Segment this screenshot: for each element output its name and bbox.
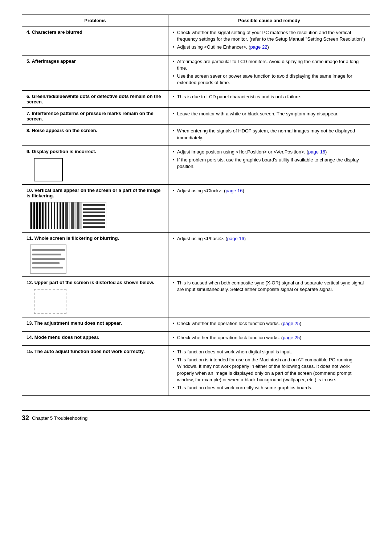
svg-rect-36 (32, 249, 65, 251)
remedy-item: Use the screen saver or power save funct… (173, 73, 366, 86)
problem-cell-9: 9. Display position is incorrect. (22, 145, 168, 184)
problem-title-13: The adjustment menu does not appear. (34, 320, 122, 326)
problem-cell-6: 6. Green/red/blue/white dots or defectiv… (22, 91, 168, 108)
blurring-icon (30, 245, 66, 274)
display-pos-icon (34, 158, 63, 181)
page-link[interactable]: page 16 (225, 188, 242, 193)
problem-title-5: Afterimages appear (32, 58, 75, 64)
svg-rect-33 (83, 219, 105, 221)
problem-cell-5: 5. Afterimages appear (22, 55, 168, 91)
svg-rect-2 (33, 202, 35, 229)
problem-cell-10: 10. Vertical bars appear on the screen o… (22, 184, 168, 232)
remedy-cell-7: Leave the monitor with a white or black … (168, 108, 370, 125)
table-row: 11. Whole screen is flickering or blurri… (22, 232, 370, 276)
svg-rect-30 (83, 208, 105, 210)
remedy-cell-14: Check whether the operation lock functio… (168, 331, 370, 345)
remedy-list-15: This function does not work when digital… (173, 349, 366, 391)
remedy-cell-8: When entering the signals of HDCP system… (168, 125, 370, 145)
page-link[interactable]: page 25 (283, 335, 300, 340)
problem-cell-4: 4. Characters are blurred (22, 26, 168, 56)
remedy-cell-5: Afterimages are particular to LCD monito… (168, 55, 370, 91)
remedy-item: Afterimages are particular to LCD monito… (173, 58, 366, 71)
svg-rect-26 (74, 202, 76, 229)
svg-rect-24 (69, 202, 70, 229)
problem-title-11: Whole screen is flickering or blurring. (34, 235, 119, 241)
remedy-list-6: This is due to LCD panel characteristics… (173, 94, 366, 100)
page-number: 32 (22, 414, 29, 422)
problem-number-5: 5. (26, 58, 30, 64)
svg-rect-32 (83, 215, 105, 217)
problem-title-4: Characters are blurred (32, 29, 82, 35)
svg-rect-11 (47, 202, 48, 229)
remedy-list-12: This is caused when both composite sync … (173, 280, 366, 293)
remedy-cell-12: This is caused when both composite sync … (168, 276, 370, 317)
remedy-list-10: Adjust using <Clock>. (page 16) (173, 188, 366, 194)
svg-rect-4 (36, 202, 38, 229)
problem-number-11: 11. (26, 235, 33, 241)
problem-cell-13: 13. The adjustment menu does not appear. (22, 317, 168, 331)
remedy-list-14: Check whether the operation lock functio… (173, 335, 366, 341)
svg-rect-23 (65, 202, 68, 229)
svg-rect-38 (32, 258, 65, 260)
table-row: 13. The adjustment menu does not appear.… (22, 317, 370, 331)
table-row: 6. Green/red/blue/white dots or defectiv… (22, 91, 370, 108)
problem-cell-15: 15. The auto adjust function does not wo… (22, 346, 168, 396)
svg-rect-25 (71, 202, 74, 229)
remedy-item: Check whether the signal setting of your… (173, 29, 366, 42)
problem-title-10: Vertical bars appear on the screen or a … (26, 188, 160, 198)
remedy-item: If the problem persists, use the graphic… (173, 157, 366, 170)
problem-cell-14: 14. Mode menu does not appear. (22, 331, 168, 345)
svg-rect-20 (60, 202, 61, 229)
problem-number-10: 10. (26, 188, 33, 193)
remedy-item: This function does not work correctly wi… (173, 385, 366, 391)
svg-rect-0 (30, 202, 32, 229)
remedy-item: Adjust image position using <Hor.Positio… (173, 149, 366, 155)
remedy-list-5: Afterimages are particular to LCD monito… (173, 58, 366, 86)
remedy-item: This function is intended for use on the… (173, 357, 366, 383)
page-link[interactable]: page 22 (250, 44, 267, 50)
page-link[interactable]: page 16 (227, 236, 244, 241)
problem-title-7: Interference patterns or pressure marks … (26, 111, 154, 122)
svg-rect-35 (83, 226, 105, 228)
page-link[interactable]: page 25 (283, 321, 300, 326)
remedy-item: Adjust using <Outline Enhancer>. (page 2… (173, 44, 366, 50)
page-link[interactable]: page 16 (308, 149, 325, 155)
problem-number-7: 7. (26, 111, 30, 116)
svg-rect-8 (42, 202, 44, 229)
remedy-cell-6: This is due to LCD panel characteristics… (168, 91, 370, 108)
remedy-list-4: Check whether the signal setting of your… (173, 29, 366, 51)
table-row: 12. Upper part of the screen is distorte… (22, 276, 370, 317)
remedy-cell-15: This function does not work when digital… (168, 346, 370, 396)
problem-cell-7: 7. Interference patterns or pressure mar… (22, 108, 168, 125)
remedy-item: Adjust using <Phase>. (page 16) (173, 235, 366, 242)
remedy-list-8: When entering the signals of HDCP system… (173, 128, 366, 141)
svg-rect-39 (32, 262, 60, 264)
distortion-icon (34, 289, 66, 314)
remedy-item: Check whether the operation lock functio… (173, 335, 366, 341)
problem-cell-8: 8. Noise appears on the screen. (22, 125, 168, 145)
svg-rect-27 (77, 202, 79, 229)
remedy-cell-9: Adjust image position using <Hor.Positio… (168, 145, 370, 184)
problem-number-12: 12. (26, 280, 33, 285)
troubleshooting-table: Problems Possible cause and remedy 4. Ch… (22, 15, 370, 396)
problem-title-8: Noise appears on the screen. (32, 128, 97, 133)
svg-rect-28 (80, 202, 82, 229)
diagram-distortion (26, 289, 164, 314)
problem-number-6: 6. (26, 94, 30, 99)
remedy-list-13: Check whether the operation lock functio… (173, 320, 366, 327)
flickering-icon (30, 202, 106, 229)
remedy-cell-4: Check whether the signal setting of your… (168, 26, 370, 56)
table-row: 14. Mode menu does not appear. Check whe… (22, 331, 370, 345)
table-row: 15. The auto adjust function does not wo… (22, 346, 370, 396)
table-row: 9. Display position is incorrect. Adjust… (22, 145, 370, 184)
table-row: 10. Vertical bars appear on the screen o… (22, 184, 370, 232)
problem-cell-11: 11. Whole screen is flickering or blurri… (22, 232, 168, 276)
svg-rect-6 (39, 202, 41, 229)
svg-rect-14 (51, 202, 52, 229)
header-problems: Problems (22, 15, 168, 26)
problem-number-13: 13. (26, 320, 33, 326)
svg-rect-1 (32, 202, 33, 229)
remedy-cell-10: Adjust using <Clock>. (page 16) (168, 184, 370, 232)
svg-rect-7 (41, 202, 42, 229)
problem-number-15: 15. (26, 349, 33, 354)
